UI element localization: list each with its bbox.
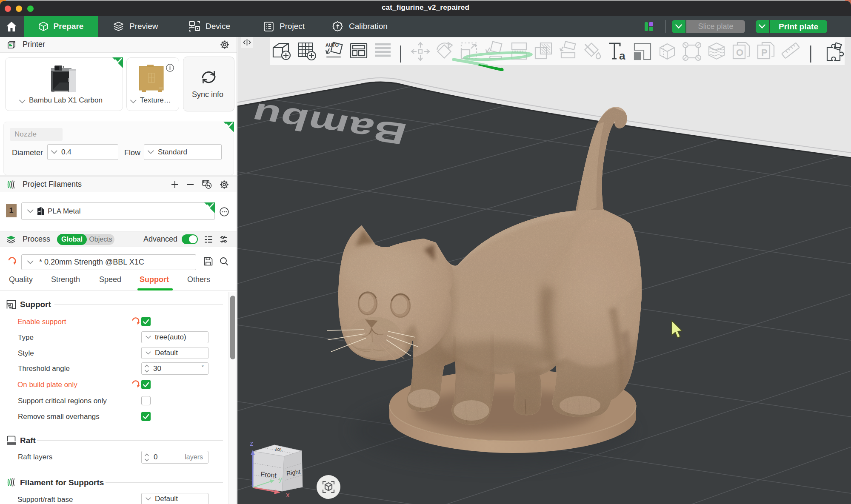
svg-text:z: z [250,439,254,447]
svg-text:P: P [761,47,768,58]
svg-text:O: O [736,47,743,58]
svg-text:y: y [279,476,282,483]
svg-text:x: x [286,491,290,499]
svg-text:a: a [619,49,625,62]
